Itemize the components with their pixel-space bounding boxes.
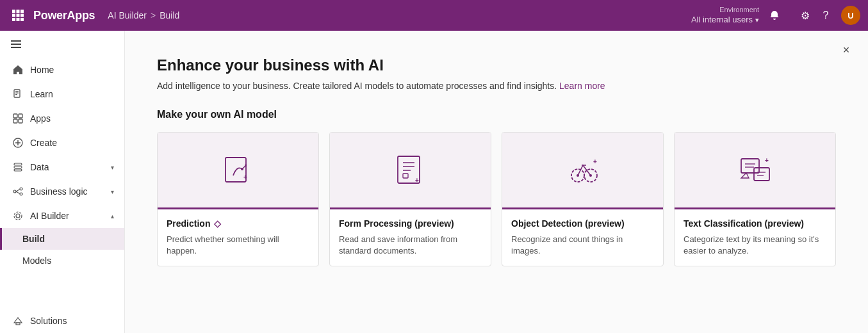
svg-point-32 bbox=[14, 212, 22, 220]
svg-point-26 bbox=[13, 190, 16, 193]
svg-rect-10 bbox=[11, 44, 21, 45]
avatar[interactable]: U bbox=[841, 6, 860, 25]
solutions-icon bbox=[12, 315, 24, 327]
sidebar-item-business-logic[interactable]: Business logic ▾ bbox=[0, 179, 124, 204]
card-text-classification[interactable]: + Text Classification (preview) Categori… bbox=[674, 132, 836, 266]
svg-text:+: + bbox=[243, 174, 247, 181]
page-title: Enhance your business with AI bbox=[157, 56, 836, 74]
sidebar-item-business-logic-label: Business logic bbox=[30, 186, 88, 197]
svg-line-29 bbox=[16, 190, 20, 192]
business-logic-chevron-icon: ▾ bbox=[111, 188, 114, 195]
sidebar-subitem-build-label: Build bbox=[22, 234, 45, 244]
card-form-processing-title: Form Processing (preview) bbox=[339, 218, 482, 229]
svg-rect-52 bbox=[741, 159, 759, 173]
sidebar-item-home[interactable]: Home bbox=[0, 58, 124, 82]
subtitle-text: Add intelligence to your business. Creat… bbox=[157, 81, 557, 91]
svg-rect-55 bbox=[754, 168, 769, 181]
sidebar-item-ai-builder-label: AI Builder bbox=[30, 211, 69, 221]
card-prediction-desc: Predict whether something will happen. bbox=[167, 234, 309, 257]
svg-rect-44 bbox=[403, 174, 408, 178]
sidebar-item-apps[interactable]: Apps bbox=[0, 106, 124, 131]
chevron-down-icon: ▾ bbox=[755, 15, 759, 24]
svg-rect-14 bbox=[15, 93, 19, 93]
sidebar-subitem-build[interactable]: Build bbox=[0, 228, 124, 250]
svg-rect-18 bbox=[13, 119, 17, 123]
card-prediction[interactable]: + Prediction ◇ Predict whether something… bbox=[157, 132, 319, 266]
svg-rect-8 bbox=[20, 18, 24, 21]
card-form-processing-desc: Read and save information from standard … bbox=[339, 234, 482, 257]
environment-name: All internal users bbox=[691, 15, 753, 26]
help-icon[interactable]: ? bbox=[815, 5, 836, 26]
business-logic-icon bbox=[12, 186, 24, 197]
svg-rect-15 bbox=[15, 94, 17, 95]
svg-rect-24 bbox=[14, 166, 22, 168]
prediction-badge-icon: ◇ bbox=[214, 218, 221, 229]
svg-rect-2 bbox=[20, 10, 24, 13]
apps-icon bbox=[12, 113, 24, 124]
svg-point-31 bbox=[16, 214, 20, 218]
sidebar-item-solutions[interactable]: Solutions bbox=[0, 309, 124, 333]
breadcrumb-build: Build bbox=[160, 10, 179, 20]
card-text-classification-desc: Categorize text by its meaning so it's e… bbox=[684, 234, 826, 257]
svg-rect-6 bbox=[12, 18, 15, 21]
breadcrumb-separator: > bbox=[151, 10, 156, 20]
svg-point-27 bbox=[20, 188, 22, 190]
data-icon bbox=[12, 161, 24, 173]
card-prediction-title: Prediction ◇ bbox=[167, 218, 309, 229]
cards-grid: + Prediction ◇ Predict whether something… bbox=[157, 132, 836, 266]
card-prediction-image: + bbox=[158, 133, 318, 209]
section-title: Make your own AI model bbox=[157, 109, 836, 120]
breadcrumb-ai-builder[interactable]: AI Builder bbox=[108, 10, 147, 20]
svg-rect-23 bbox=[14, 163, 22, 165]
svg-rect-11 bbox=[11, 47, 21, 48]
sidebar-item-learn[interactable]: Learn bbox=[0, 82, 124, 106]
notifications-icon[interactable] bbox=[764, 5, 785, 26]
learn-icon bbox=[12, 88, 24, 100]
topbar-right: Environment All internal users ▾ ⚙ ? U bbox=[691, 5, 860, 26]
environment-selector[interactable]: Environment All internal users ▾ bbox=[691, 5, 759, 25]
ai-builder-icon bbox=[12, 210, 24, 222]
svg-text:+: + bbox=[593, 158, 597, 165]
card-object-detection-body: Object Detection (preview) Recognize and… bbox=[502, 209, 663, 266]
card-form-processing-body: Form Processing (preview) Read and save … bbox=[330, 209, 491, 266]
sidebar-item-apps-label: Apps bbox=[30, 113, 51, 124]
svg-rect-19 bbox=[19, 119, 22, 123]
sidebar-item-create[interactable]: Create bbox=[0, 131, 124, 155]
svg-text:+: + bbox=[765, 157, 769, 164]
settings-icon[interactable]: ⚙ bbox=[790, 5, 810, 26]
main-layout: Home Learn Apps Create bbox=[0, 31, 868, 333]
svg-rect-13 bbox=[15, 91, 19, 92]
card-prediction-body: Prediction ◇ Predict whether something w… bbox=[158, 209, 318, 266]
sidebar-item-learn-label: Learn bbox=[30, 89, 53, 99]
page-subtitle: Add intelligence to your business. Creat… bbox=[157, 81, 836, 91]
sidebar-item-data[interactable]: Data ▾ bbox=[0, 155, 124, 179]
svg-rect-7 bbox=[17, 18, 20, 21]
svg-rect-0 bbox=[12, 10, 15, 13]
sidebar-item-ai-builder[interactable]: AI Builder ▴ bbox=[0, 204, 124, 228]
waffle-icon[interactable] bbox=[8, 5, 28, 26]
card-object-detection-image: + bbox=[502, 133, 663, 209]
ai-builder-chevron-icon: ▴ bbox=[111, 213, 114, 220]
app-brand: PowerApps bbox=[33, 9, 95, 22]
card-object-detection[interactable]: + Object Detection (preview) Recognize a… bbox=[502, 132, 664, 266]
learn-more-link[interactable]: Learn more bbox=[559, 81, 605, 91]
svg-rect-25 bbox=[14, 169, 22, 171]
card-object-detection-desc: Recognize and count things in images. bbox=[511, 234, 654, 257]
create-icon bbox=[12, 137, 24, 149]
close-button[interactable]: × bbox=[837, 41, 855, 59]
content-area: × Enhance your business with AI Add inte… bbox=[125, 31, 868, 333]
svg-rect-12 bbox=[14, 90, 20, 97]
svg-point-28 bbox=[20, 193, 22, 195]
card-text-classification-body: Text Classification (preview) Categorize… bbox=[675, 209, 835, 266]
sidebar: Home Learn Apps Create bbox=[0, 31, 125, 333]
card-text-classification-image: + bbox=[675, 133, 835, 209]
topbar: PowerApps AI Builder > Build Environment… bbox=[0, 0, 868, 31]
card-form-processing[interactable]: + Form Processing (preview) Read and sav… bbox=[329, 132, 491, 266]
sidebar-subitem-models[interactable]: Models bbox=[0, 250, 124, 272]
sidebar-item-solutions-label: Solutions bbox=[30, 316, 67, 326]
sidebar-subitem-models-label: Models bbox=[22, 256, 51, 266]
svg-rect-9 bbox=[11, 40, 21, 42]
environment-label: Environment bbox=[691, 5, 759, 14]
sidebar-item-create-label: Create bbox=[30, 138, 57, 148]
sidebar-toggle[interactable] bbox=[0, 31, 124, 58]
